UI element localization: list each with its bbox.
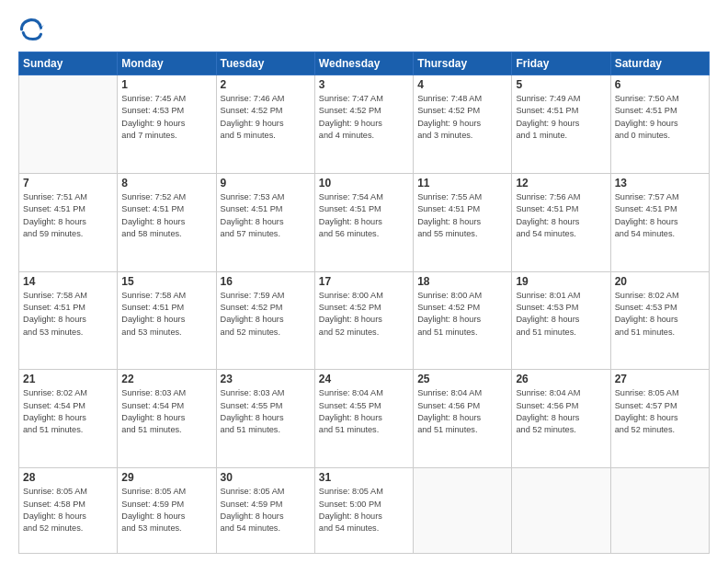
day-info: Sunrise: 7:55 AM Sunset: 4:51 PM Dayligh… [417,191,507,240]
day-number: 23 [221,373,311,385]
logo-icon [18,17,44,42]
day-number: 1 [121,78,211,91]
calendar-table: SundayMondayTuesdayWednesdayThursdayFrid… [18,52,710,554]
calendar-cell: 12Sunrise: 7:56 AM Sunset: 4:51 PM Dayli… [512,173,610,271]
day-number: 7 [23,177,113,190]
calendar-cell: 20Sunrise: 8:02 AM Sunset: 4:53 PM Dayli… [610,271,709,370]
calendar-cell: 5Sunrise: 7:49 AM Sunset: 4:51 PM Daylig… [512,75,610,174]
day-info: Sunrise: 8:05 AM Sunset: 5:00 PM Dayligh… [319,486,409,534]
day-info: Sunrise: 7:59 AM Sunset: 4:52 PM Dayligh… [221,290,311,339]
calendar-cell: 26Sunrise: 8:04 AM Sunset: 4:56 PM Dayli… [512,370,610,468]
calendar-cell: 7Sunrise: 7:51 AM Sunset: 4:51 PM Daylig… [19,173,118,271]
day-number: 14 [23,275,113,288]
calendar-cell: 4Sunrise: 7:48 AM Sunset: 4:52 PM Daylig… [414,75,512,174]
header [18,17,710,42]
weekday-header-wednesday: Wednesday [314,52,413,75]
day-number: 11 [417,177,507,190]
day-info: Sunrise: 7:45 AM Sunset: 4:53 PM Dayligh… [121,93,211,142]
day-info: Sunrise: 8:04 AM Sunset: 4:56 PM Dayligh… [417,387,507,436]
day-info: Sunrise: 7:48 AM Sunset: 4:52 PM Dayligh… [417,93,507,142]
day-number: 27 [615,373,705,385]
day-info: Sunrise: 7:47 AM Sunset: 4:52 PM Dayligh… [319,93,409,142]
day-number: 5 [516,78,606,91]
day-number: 13 [615,177,705,190]
day-number: 8 [121,177,211,190]
day-info: Sunrise: 8:05 AM Sunset: 4:59 PM Dayligh… [221,486,311,534]
day-number: 31 [319,471,409,484]
day-number: 16 [221,275,311,288]
calendar-cell: 21Sunrise: 8:02 AM Sunset: 4:54 PM Dayli… [19,370,118,468]
calendar-cell: 24Sunrise: 8:04 AM Sunset: 4:55 PM Dayli… [314,370,413,468]
weekday-header-saturday: Saturday [610,52,709,75]
day-number: 22 [121,373,211,385]
day-number: 21 [23,373,113,385]
calendar-cell: 23Sunrise: 8:03 AM Sunset: 4:55 PM Dayli… [216,370,314,468]
calendar-cell [610,468,709,554]
day-info: Sunrise: 8:02 AM Sunset: 4:54 PM Dayligh… [23,387,113,436]
calendar-cell: 28Sunrise: 8:05 AM Sunset: 4:58 PM Dayli… [19,468,118,554]
day-info: Sunrise: 7:51 AM Sunset: 4:51 PM Dayligh… [23,191,113,240]
calendar-cell: 14Sunrise: 7:58 AM Sunset: 4:51 PM Dayli… [19,271,118,370]
calendar-cell: 19Sunrise: 8:01 AM Sunset: 4:53 PM Dayli… [512,271,610,370]
day-number: 6 [615,78,705,91]
day-number: 26 [516,373,606,385]
calendar-cell: 1Sunrise: 7:45 AM Sunset: 4:53 PM Daylig… [118,75,216,174]
calendar-cell: 2Sunrise: 7:46 AM Sunset: 4:52 PM Daylig… [216,75,314,174]
calendar-cell: 17Sunrise: 8:00 AM Sunset: 4:52 PM Dayli… [314,271,413,370]
day-number: 12 [516,177,606,190]
calendar-cell: 11Sunrise: 7:55 AM Sunset: 4:51 PM Dayli… [414,173,512,271]
day-info: Sunrise: 7:49 AM Sunset: 4:51 PM Dayligh… [516,93,606,142]
day-number: 30 [221,471,311,484]
day-number: 15 [121,275,211,288]
calendar-week-3: 14Sunrise: 7:58 AM Sunset: 4:51 PM Dayli… [19,271,710,370]
calendar-cell: 13Sunrise: 7:57 AM Sunset: 4:51 PM Dayli… [610,173,709,271]
calendar-cell [512,468,610,554]
calendar-cell [19,75,118,174]
calendar-cell: 8Sunrise: 7:52 AM Sunset: 4:51 PM Daylig… [118,173,216,271]
day-info: Sunrise: 7:57 AM Sunset: 4:51 PM Dayligh… [615,191,705,240]
day-info: Sunrise: 7:56 AM Sunset: 4:51 PM Dayligh… [516,191,606,240]
day-number: 24 [319,373,409,385]
day-number: 19 [516,275,606,288]
weekday-header-friday: Friday [512,52,610,75]
calendar-cell: 15Sunrise: 7:58 AM Sunset: 4:51 PM Dayli… [118,271,216,370]
calendar-cell: 29Sunrise: 8:05 AM Sunset: 4:59 PM Dayli… [118,468,216,554]
day-info: Sunrise: 7:50 AM Sunset: 4:51 PM Dayligh… [615,93,705,142]
calendar-cell: 30Sunrise: 8:05 AM Sunset: 4:59 PM Dayli… [216,468,314,554]
day-info: Sunrise: 8:00 AM Sunset: 4:52 PM Dayligh… [417,290,507,339]
day-info: Sunrise: 8:04 AM Sunset: 4:55 PM Dayligh… [319,387,409,436]
day-info: Sunrise: 8:05 AM Sunset: 4:57 PM Dayligh… [615,387,705,436]
weekday-header-thursday: Thursday [414,52,512,75]
calendar-week-4: 21Sunrise: 8:02 AM Sunset: 4:54 PM Dayli… [19,370,710,468]
day-info: Sunrise: 8:01 AM Sunset: 4:53 PM Dayligh… [516,290,606,339]
day-info: Sunrise: 7:52 AM Sunset: 4:51 PM Dayligh… [121,191,211,240]
day-number: 28 [23,471,113,484]
day-info: Sunrise: 8:05 AM Sunset: 4:58 PM Dayligh… [23,486,113,534]
day-info: Sunrise: 8:04 AM Sunset: 4:56 PM Dayligh… [516,387,606,436]
calendar-week-2: 7Sunrise: 7:51 AM Sunset: 4:51 PM Daylig… [19,173,710,271]
day-info: Sunrise: 8:05 AM Sunset: 4:59 PM Dayligh… [121,486,211,534]
day-number: 29 [121,471,211,484]
calendar-cell: 9Sunrise: 7:53 AM Sunset: 4:51 PM Daylig… [216,173,314,271]
day-info: Sunrise: 7:58 AM Sunset: 4:51 PM Dayligh… [121,290,211,339]
weekday-header-sunday: Sunday [19,52,118,75]
logo [18,17,46,42]
calendar-cell: 18Sunrise: 8:00 AM Sunset: 4:52 PM Dayli… [414,271,512,370]
calendar-week-1: 1Sunrise: 7:45 AM Sunset: 4:53 PM Daylig… [19,75,710,174]
day-number: 9 [221,177,311,190]
day-number: 2 [221,78,311,91]
weekday-header-row: SundayMondayTuesdayWednesdayThursdayFrid… [19,52,710,75]
calendar-cell: 16Sunrise: 7:59 AM Sunset: 4:52 PM Dayli… [216,271,314,370]
calendar-cell: 25Sunrise: 8:04 AM Sunset: 4:56 PM Dayli… [414,370,512,468]
day-number: 3 [319,78,409,91]
calendar-cell: 3Sunrise: 7:47 AM Sunset: 4:52 PM Daylig… [314,75,413,174]
day-number: 20 [615,275,705,288]
day-number: 17 [319,275,409,288]
calendar-week-5: 28Sunrise: 8:05 AM Sunset: 4:58 PM Dayli… [19,468,710,554]
day-number: 4 [417,78,507,91]
day-info: Sunrise: 7:54 AM Sunset: 4:51 PM Dayligh… [319,191,409,240]
day-info: Sunrise: 8:03 AM Sunset: 4:54 PM Dayligh… [121,387,211,436]
day-info: Sunrise: 8:00 AM Sunset: 4:52 PM Dayligh… [319,290,409,339]
calendar-cell: 6Sunrise: 7:50 AM Sunset: 4:51 PM Daylig… [610,75,709,174]
calendar-cell: 22Sunrise: 8:03 AM Sunset: 4:54 PM Dayli… [118,370,216,468]
